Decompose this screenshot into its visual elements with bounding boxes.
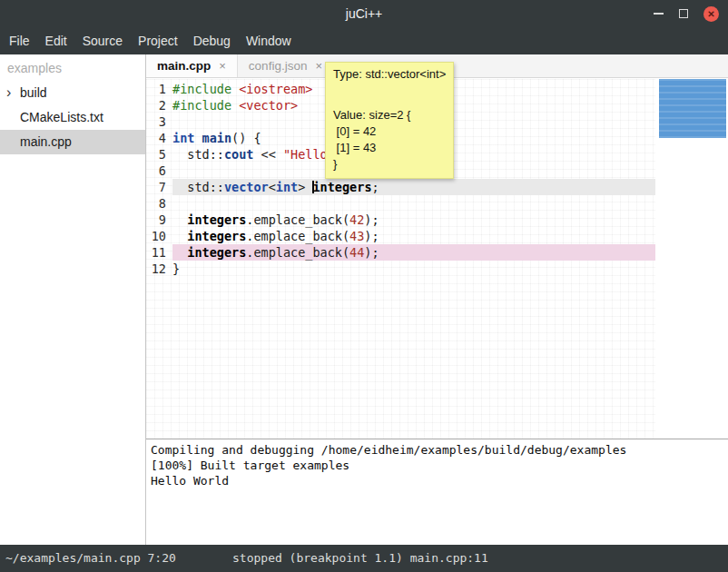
code-text: std::vector<int> integers;: [172, 179, 655, 195]
file-tree-sidebar: examples › build CMakeLists.txt main.cpp: [0, 54, 146, 545]
code-text: }: [172, 261, 655, 277]
line-number[interactable]: 9: [146, 212, 172, 228]
line-number[interactable]: 7: [146, 179, 172, 195]
tree-item-label: main.cpp: [20, 134, 72, 149]
close-icon[interactable]: ✕: [703, 6, 719, 22]
line-number[interactable]: 4: [146, 130, 172, 146]
window-controls: ✕: [654, 0, 719, 27]
line-number[interactable]: 5: [146, 146, 172, 163]
tab-close-icon[interactable]: ×: [315, 59, 322, 73]
code-line-11[interactable]: 11 integers.emplace_back(44);: [146, 244, 655, 261]
code-line-10[interactable]: 10 integers.emplace_back(43);: [146, 228, 655, 244]
menu-item-window[interactable]: Window: [246, 34, 291, 48]
tree-item-label: build: [20, 85, 47, 100]
menu-item-project[interactable]: Project: [138, 34, 178, 48]
menubar: File Edit Source Project Debug Window: [0, 27, 728, 54]
code-text: integers.emplace_back(43);: [172, 228, 655, 244]
code-text: integers.emplace_back(42);: [172, 212, 655, 228]
line-number[interactable]: 12: [146, 261, 172, 277]
tooltip-type-line: Type: std::vector<int>: [333, 67, 446, 82]
line-number[interactable]: 1: [146, 81, 172, 97]
restore-icon[interactable]: [679, 9, 688, 18]
line-number[interactable]: 10: [146, 228, 172, 244]
statusbar: ~/examples/main.cpp 7:20 stopped (breakp…: [0, 545, 728, 572]
output-panel: Compiling and debugging /home/eidheim/ex…: [146, 439, 728, 545]
line-number[interactable]: 8: [146, 195, 172, 212]
code-line-12[interactable]: 12}: [146, 261, 655, 277]
tooltip-value-line: Value: size=2 {: [333, 107, 446, 123]
code-line-7[interactable]: 7 std::vector<int> integers;: [146, 179, 655, 195]
window-title: juCi++: [346, 6, 382, 21]
output-line: [100%] Built target examples: [151, 458, 723, 473]
minimize-icon[interactable]: [654, 13, 664, 15]
titlebar: juCi++ ✕: [0, 0, 728, 27]
debug-value-tooltip: Type: std::vector<int> Value: size=2 { […: [325, 62, 454, 179]
tree-item-cmakelists[interactable]: CMakeLists.txt: [0, 105, 145, 130]
tree-item-label: CMakeLists.txt: [20, 110, 103, 124]
menu-item-debug[interactable]: Debug: [193, 34, 231, 48]
chevron-right-icon[interactable]: ›: [6, 80, 11, 104]
tooltip-value-line: }: [333, 156, 446, 173]
tooltip-value-block: Value: size=2 { [0] = 42 [1] = 43 }: [333, 107, 446, 173]
code-line-8[interactable]: 8: [146, 195, 655, 212]
line-number[interactable]: 3: [146, 113, 172, 130]
line-number[interactable]: 6: [146, 163, 172, 179]
juci-window: juCi++ ✕ File Edit Source Project Debug …: [0, 0, 728, 572]
code-text: [172, 195, 655, 212]
code-line-9[interactable]: 9 integers.emplace_back(42);: [146, 212, 655, 228]
tab-config-json[interactable]: config.json ×: [238, 54, 333, 77]
scrollbar-thumb[interactable]: [659, 79, 726, 138]
status-debug-state: stopped (breakpoint 1.1) main.cpp:11: [232, 551, 488, 565]
menu-item-edit[interactable]: Edit: [45, 34, 67, 48]
tab-label: config.json: [249, 59, 308, 73]
menu-item-source[interactable]: Source: [83, 34, 123, 48]
menu-item-file[interactable]: File: [9, 34, 30, 48]
tab-main-cpp[interactable]: main.cpp ×: [146, 54, 238, 77]
scrollbar-lane[interactable]: [655, 79, 728, 439]
status-file-position: ~/examples/main.cpp 7:20: [5, 551, 176, 565]
line-number[interactable]: 2: [146, 97, 172, 113]
tab-label: main.cpp: [157, 59, 211, 73]
tab-close-icon[interactable]: ×: [219, 59, 226, 73]
tooltip-value-line: [0] = 42: [333, 123, 446, 140]
tree-item-build[interactable]: › build: [0, 81, 145, 105]
output-line: Compiling and debugging /home/eidheim/ex…: [151, 442, 723, 458]
project-name: examples: [0, 54, 145, 81]
line-number[interactable]: 11: [146, 244, 172, 261]
tooltip-value-line: [1] = 43: [333, 140, 446, 156]
output-line: Hello World: [151, 473, 723, 488]
code-text: integers.emplace_back(44);: [172, 244, 655, 261]
tree-item-main-cpp[interactable]: main.cpp: [0, 130, 145, 154]
